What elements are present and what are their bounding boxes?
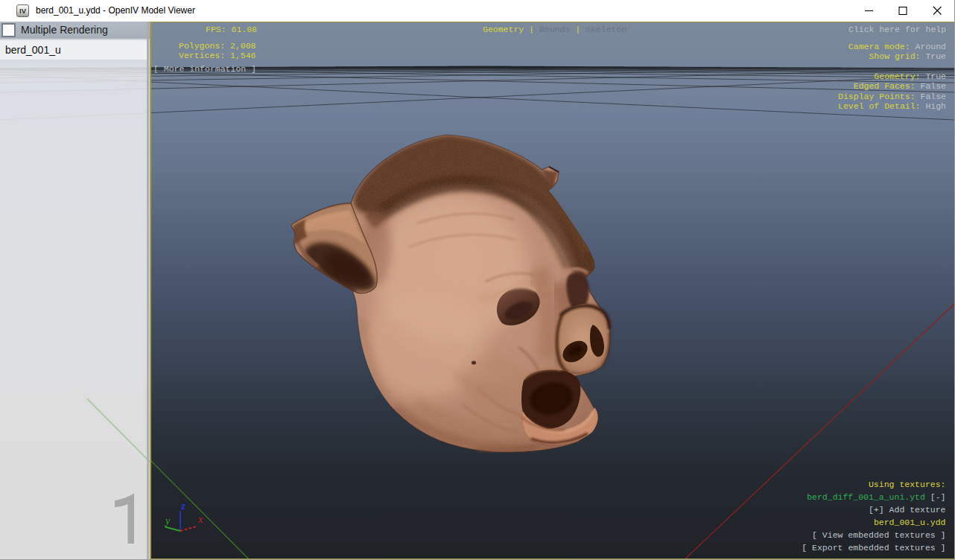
svg-text:IV: IV bbox=[19, 7, 27, 15]
svg-text:x: x bbox=[197, 514, 203, 525]
svg-text:y: y bbox=[164, 515, 171, 526]
svg-text:z: z bbox=[181, 501, 185, 512]
